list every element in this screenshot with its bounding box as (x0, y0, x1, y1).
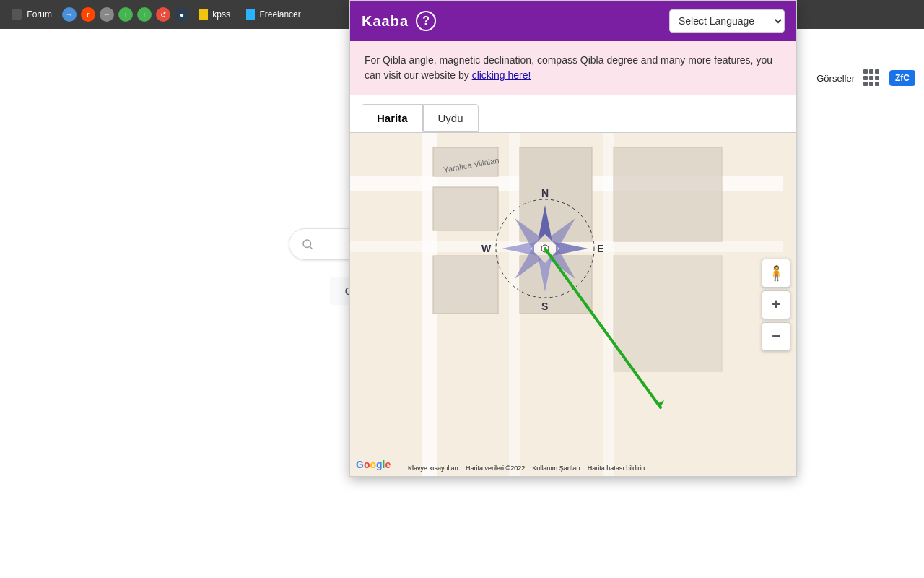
tab-kpss[interactable]: kpss (193, 7, 236, 23)
svg-point-0 (303, 240, 311, 248)
info-banner: For Qibla angle, magnetic declination, c… (350, 41, 796, 95)
svg-rect-11 (433, 256, 498, 314)
pegman-icon: 🧍 (767, 264, 785, 282)
bookmark-freelancer-icon (246, 9, 255, 20)
svg-rect-5 (509, 133, 520, 476)
svg-text:N: N (541, 187, 549, 199)
map-controls: 🧍 + − (762, 259, 790, 351)
svg-rect-9 (520, 147, 592, 241)
apps-grid-icon[interactable] (863, 69, 881, 87)
zoom-out-button[interactable]: − (762, 322, 790, 351)
svg-text:E: E (597, 243, 603, 254)
streetview-button[interactable]: 🧍 (762, 259, 790, 288)
map-area[interactable]: Yarnlıca Villaları N S E W (350, 133, 796, 476)
svg-line-1 (310, 246, 312, 249)
svg-text:W: W (481, 243, 492, 254)
zoom-in-button[interactable]: + (762, 290, 790, 319)
extension-title: Kaaba (362, 13, 409, 30)
svg-text:S: S (541, 301, 548, 312)
monitor-icon (12, 9, 22, 20)
map-svg: Yarnlıca Villaları N S E W (350, 133, 796, 476)
info-link[interactable]: clicking here! (472, 69, 531, 81)
map-footer-links-display: Klavye kısayolları Harita verileri ©2022… (408, 465, 645, 472)
bookmark-kpss-icon (199, 9, 208, 20)
tab-freelancer[interactable]: Freelancer (240, 7, 307, 23)
svg-rect-10 (614, 147, 722, 241)
tab-up2-icon[interactable]: ↑ (137, 7, 152, 22)
extension-popup: Kaaba ? Select Language English Turkish … (349, 0, 797, 477)
search-icon (301, 238, 314, 251)
tab-refresh-icon[interactable]: ↺ (156, 7, 170, 22)
map-footer: Google (356, 459, 391, 470)
account-badge[interactable]: ZfC (889, 70, 915, 86)
tab-back-icon[interactable]: ← (100, 7, 114, 22)
language-select[interactable]: Select Language English Turkish Arabic (669, 9, 785, 33)
tab-forum[interactable]: Forum (6, 7, 58, 23)
map-tabs: Harita Uydu (350, 95, 796, 133)
tab-uydu[interactable]: Uydu (423, 104, 479, 132)
google-topright: Görseller ZfC (816, 58, 924, 98)
tab-up1-icon[interactable]: ↑ (118, 7, 133, 22)
google-images-link[interactable]: Görseller (816, 73, 855, 84)
help-icon[interactable]: ? (416, 11, 436, 31)
svg-rect-6 (603, 133, 614, 476)
tab-harita[interactable]: Harita (362, 104, 423, 132)
google-maps-logo: Google (356, 459, 391, 470)
tab-reddit-icon[interactable]: r (81, 7, 95, 22)
tab-icon-arrow[interactable]: → (62, 7, 77, 22)
svg-rect-8 (433, 187, 498, 230)
extension-header: Kaaba ? Select Language English Turkish … (350, 1, 796, 41)
svg-rect-13 (614, 256, 722, 371)
tab-dark-icon[interactable]: ● (175, 7, 189, 22)
